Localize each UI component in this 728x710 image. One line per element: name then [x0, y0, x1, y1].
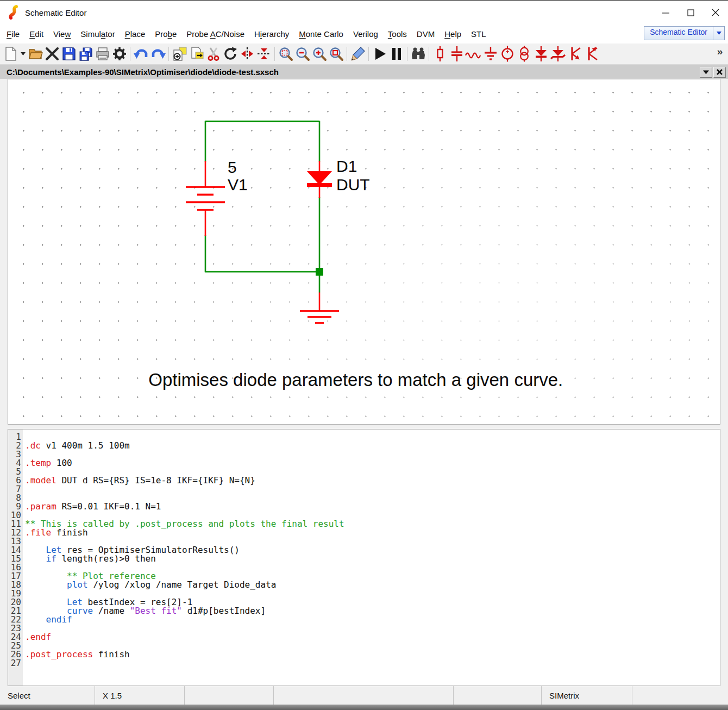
diode-icon	[533, 46, 549, 62]
flip-button[interactable]	[255, 45, 272, 63]
place-capacitor-button[interactable]	[448, 45, 465, 63]
v1-ref-label[interactable]: V1	[228, 176, 248, 194]
status-cell	[632, 686, 728, 705]
menu-place[interactable]: Place	[120, 27, 150, 41]
run-simulation-button[interactable]	[371, 45, 388, 63]
menu-file[interactable]: File	[2, 27, 24, 41]
chevron-down-icon[interactable]	[713, 27, 724, 40]
place-npn-transistor-button[interactable]	[566, 45, 583, 63]
code-line	[25, 485, 720, 494]
save-all-button[interactable]	[77, 45, 94, 63]
menu-dvm[interactable]: DVM	[412, 27, 440, 41]
current-source-icon	[518, 46, 531, 62]
ground-symbol[interactable]	[300, 292, 339, 323]
menu-view[interactable]: View	[48, 27, 76, 41]
rotate-button[interactable]	[222, 45, 239, 63]
save-all-icon	[78, 46, 93, 61]
open-folder-button[interactable]	[27, 45, 43, 63]
pause-icon	[389, 46, 404, 61]
status-cell	[454, 686, 542, 705]
pane-splitter[interactable]	[0, 425, 728, 429]
zoom-to-fit-button[interactable]	[277, 45, 294, 63]
toolbar-overflow-chevron[interactable]: »	[714, 46, 726, 58]
redo-arrow-icon	[150, 46, 166, 61]
copy-page-plus-icon	[172, 46, 187, 61]
close-schematic-button[interactable]	[43, 45, 60, 63]
menu-stl[interactable]: STL	[466, 27, 491, 41]
settings-button[interactable]	[111, 45, 128, 63]
schematic-canvas[interactable]: 5 V1 D1 DUT Optimises diode parameters t…	[8, 79, 720, 425]
menu-help[interactable]: Help	[440, 27, 466, 41]
schematic-caption: Optimises diode parameters to match a gi…	[148, 370, 563, 390]
diode-d1[interactable]	[307, 161, 332, 198]
zoom-fit-icon	[278, 46, 293, 61]
voltage-source-v1[interactable]	[186, 161, 225, 236]
menu-hierarchy[interactable]: Hierarchy	[249, 27, 294, 41]
pause-simulation-button[interactable]	[388, 45, 405, 63]
save-button[interactable]	[60, 45, 77, 63]
zener-diode-icon	[550, 46, 566, 62]
chevron-down-icon	[703, 70, 709, 74]
sheet-dropdown-button[interactable]	[700, 67, 712, 78]
code-line: if length(res)>0 then	[25, 555, 720, 563]
place-diode-button[interactable]	[532, 45, 549, 63]
mirror-button[interactable]	[239, 45, 255, 63]
new-document-dropdown-button[interactable]	[19, 45, 27, 63]
wires[interactable]	[205, 121, 320, 292]
paste-page-button[interactable]	[188, 45, 205, 63]
toolbar-separator	[347, 47, 347, 61]
toolbar: »	[0, 43, 728, 65]
maximize-icon	[687, 9, 694, 16]
close-window-button[interactable]	[703, 1, 728, 24]
voltage-source-icon	[500, 46, 515, 62]
close-sheet-button[interactable]	[713, 67, 726, 78]
zoom-area-button[interactable]	[328, 45, 344, 63]
status-bar: SelectX 1.5SIMetrix	[0, 686, 728, 705]
menu-monte-carlo[interactable]: Monte Carlo	[294, 27, 348, 41]
place-ground-button[interactable]	[482, 45, 499, 63]
zoom-in-button[interactable]	[311, 45, 328, 63]
netlist-text[interactable]: .dc v1 400m 1.5 100m.temp 100.model DUT …	[23, 429, 720, 686]
undo-button[interactable]	[133, 45, 149, 63]
code-line: .dc v1 400m 1.5 100m	[25, 441, 720, 450]
redo-button[interactable]	[149, 45, 166, 63]
place-pnp-transistor-button[interactable]	[583, 45, 600, 63]
place-zener-diode-button[interactable]	[549, 45, 566, 63]
menu-probe[interactable]: Probe	[150, 27, 181, 41]
menu-probe-ac-noise[interactable]: Probe AC/Noise	[181, 27, 249, 41]
code-line: ** This is called by .post_process and p…	[25, 520, 720, 528]
netlist-editor[interactable]: 1234567891011121314151617181920212223242…	[8, 429, 720, 686]
minimize-button[interactable]	[653, 1, 678, 24]
binoculars-icon	[410, 46, 426, 61]
zoom-out-button[interactable]	[294, 45, 311, 63]
new-document-button[interactable]	[2, 45, 19, 63]
menu-edit[interactable]: Edit	[24, 27, 48, 41]
toolbar-separator	[407, 47, 407, 61]
resistor-icon	[434, 46, 446, 62]
code-line: plot /ylog /xlog /name Target Diode_data	[25, 581, 720, 589]
edit-pencil-button[interactable]	[349, 45, 366, 63]
menu-simulator[interactable]: Simulator	[76, 27, 120, 41]
code-line: .param RS=0.01 IKF=0.1 N=1	[25, 502, 720, 511]
toolbar-separator	[368, 47, 369, 61]
d1-ref-label[interactable]: D1	[336, 157, 357, 175]
place-resistor-button[interactable]	[431, 45, 448, 63]
line-number-gutter: 1234567891011121314151617181920212223242…	[8, 429, 23, 686]
copy-page-button[interactable]	[171, 45, 188, 63]
window-mode-selector[interactable]: Schematic Editor	[644, 26, 725, 40]
place-voltage-source-button[interactable]	[499, 45, 516, 63]
find-button[interactable]	[410, 45, 426, 63]
maximize-button[interactable]	[678, 1, 703, 24]
v1-value-label[interactable]: 5	[228, 158, 237, 176]
title-bar: Schematic Editor	[0, 1, 728, 24]
toolbar-separator	[274, 47, 275, 61]
menu-verilog[interactable]: Verilog	[348, 27, 383, 41]
pencil-icon	[350, 46, 366, 61]
place-current-source-button[interactable]	[516, 45, 532, 63]
d1-model-label[interactable]: DUT	[336, 176, 370, 194]
menu-tools[interactable]: Tools	[383, 27, 412, 41]
toolbar-separator	[130, 47, 130, 61]
print-button[interactable]	[94, 45, 111, 63]
place-inductor-button[interactable]	[465, 45, 482, 63]
cut-button[interactable]	[205, 45, 222, 63]
